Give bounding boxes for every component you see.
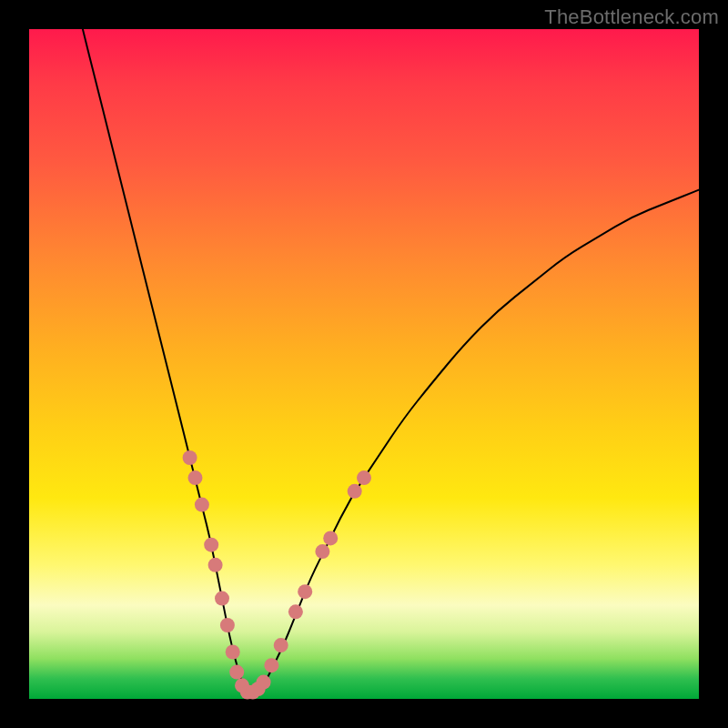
highlight-point bbox=[188, 470, 203, 485]
highlight-point bbox=[257, 675, 271, 690]
highlight-point bbox=[183, 450, 197, 465]
highlight-point bbox=[315, 544, 329, 559]
highlight-point bbox=[357, 470, 371, 485]
highlight-point bbox=[226, 645, 240, 660]
curve-svg bbox=[29, 29, 699, 699]
plot-area bbox=[29, 29, 699, 699]
watermark-text: TheBottleneck.com bbox=[544, 5, 719, 29]
highlight-points bbox=[183, 450, 371, 700]
highlight-point bbox=[204, 538, 218, 552]
highlight-point bbox=[220, 618, 235, 632]
bottleneck-curve bbox=[83, 29, 699, 693]
chart-frame: TheBottleneck.com bbox=[0, 0, 728, 728]
highlight-point bbox=[215, 592, 229, 606]
highlight-point bbox=[195, 498, 209, 512]
highlight-point bbox=[288, 604, 303, 619]
highlight-point bbox=[348, 484, 362, 499]
highlight-point bbox=[264, 658, 278, 672]
highlight-point bbox=[323, 531, 338, 545]
highlight-point bbox=[229, 665, 244, 680]
highlight-point bbox=[208, 558, 223, 572]
highlight-point bbox=[274, 638, 288, 652]
highlight-point bbox=[298, 584, 312, 599]
